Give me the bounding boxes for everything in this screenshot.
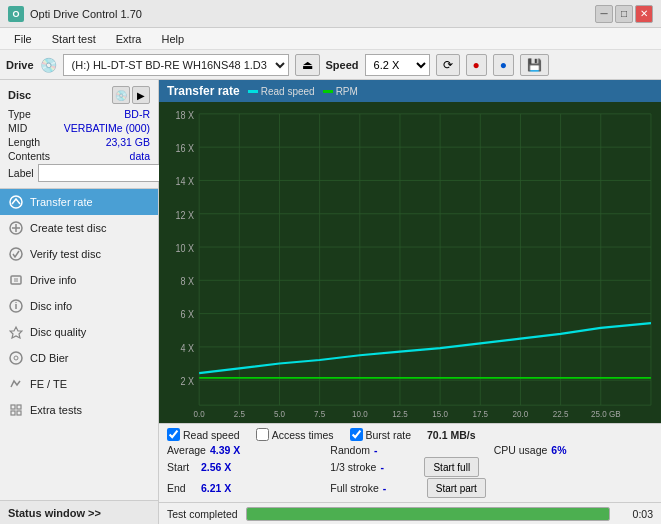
sidebar: Disc 💿 ▶ Type BD-R MID VERBATIMe (000) L… [0, 80, 159, 524]
burst-rate-checkbox-label[interactable]: Burst rate [350, 428, 412, 441]
svg-text:10 X: 10 X [176, 242, 195, 254]
minimize-button[interactable]: ─ [595, 5, 613, 23]
disc-mid-label: MID [8, 122, 27, 134]
menu-help[interactable]: Help [153, 31, 192, 47]
nav-drive-info[interactable]: Drive info [0, 267, 158, 293]
stat-average-label: Average [167, 444, 206, 456]
maximize-button[interactable]: □ [615, 5, 633, 23]
cd-bier-icon [8, 350, 24, 366]
svg-rect-17 [17, 411, 21, 415]
svg-marker-11 [10, 327, 22, 338]
start-full-button[interactable]: Start full [424, 457, 479, 477]
legend-rpm: RPM [323, 86, 358, 97]
disc-contents-value[interactable]: data [130, 150, 150, 162]
stat-cpu-label: CPU usage [494, 444, 548, 456]
read-speed-checkbox[interactable] [167, 428, 180, 441]
burst-rate-checkbox[interactable] [350, 428, 363, 441]
time-text: 0:03 [618, 508, 653, 520]
stat-random-val: - [374, 444, 414, 456]
disc-icon-btn1[interactable]: 💿 [112, 86, 130, 104]
stats-grid: Average 4.39 X Random - CPU usage 6% Sta… [167, 444, 653, 498]
save-button[interactable]: 💾 [520, 54, 549, 76]
stat-start-label: Start [167, 461, 197, 473]
disc-type-value: BD-R [124, 108, 150, 120]
nav-cd-bier[interactable]: CD Bier [0, 345, 158, 371]
nav-create-test-disc-label: Create test disc [30, 222, 106, 234]
stat-cpu-val: 6% [551, 444, 591, 456]
nav-verify-test-disc[interactable]: Verify test disc [0, 241, 158, 267]
close-button[interactable]: ✕ [635, 5, 653, 23]
status-bar: Test completed 0:03 [159, 502, 661, 524]
speed-select[interactable]: 6.2 X Max 1 X 2 X 4 X 8 X [365, 54, 430, 76]
nav-cd-bier-label: CD Bier [30, 352, 69, 364]
nav-create-test-disc[interactable]: Create test disc [0, 215, 158, 241]
nav-disc-quality-label: Disc quality [30, 326, 86, 338]
app-icon: O [8, 6, 24, 22]
stat-average-val: 4.39 X [210, 444, 250, 456]
svg-text:15.0: 15.0 [432, 408, 448, 419]
disc-length-value: 23,31 GB [106, 136, 150, 148]
progress-container [246, 507, 610, 521]
nav-disc-info[interactable]: Disc info [0, 293, 158, 319]
svg-text:18 X: 18 X [176, 109, 195, 121]
nav-drive-info-label: Drive info [30, 274, 76, 286]
stat-full-stroke-row: Full stroke - Start part [330, 478, 489, 498]
blue-button[interactable]: ● [493, 54, 514, 76]
nav-fe-te[interactable]: FE / TE [0, 371, 158, 397]
access-times-checkbox[interactable] [256, 428, 269, 441]
legend-read-speed-dot [248, 90, 258, 93]
svg-rect-16 [11, 411, 15, 415]
svg-text:2 X: 2 X [181, 375, 195, 387]
disc-type-label: Type [8, 108, 31, 120]
chart-area: Transfer rate Read speed RPM [159, 80, 661, 423]
svg-text:7.5: 7.5 [314, 408, 325, 419]
svg-point-4 [10, 248, 22, 260]
svg-text:4 X: 4 X [181, 342, 195, 354]
drive-select[interactable]: (H:) HL-DT-ST BD-RE WH16NS48 1.D3 [63, 54, 289, 76]
nav-transfer-rate-label: Transfer rate [30, 196, 93, 208]
chart-title-bar: Transfer rate Read speed RPM [159, 80, 661, 102]
nav-disc-info-label: Disc info [30, 300, 72, 312]
svg-rect-5 [11, 276, 21, 284]
nav-verify-test-disc-label: Verify test disc [30, 248, 101, 260]
access-times-checkbox-text: Access times [272, 429, 334, 441]
drive-info-icon [8, 272, 24, 288]
status-window-button[interactable]: Status window >> [0, 500, 158, 524]
stat-stroke-row: 1/3 stroke - Start full [330, 457, 489, 477]
read-speed-checkbox-label[interactable]: Read speed [167, 428, 240, 441]
disc-label-label: Label [8, 167, 34, 179]
menu-file[interactable]: File [6, 31, 40, 47]
nav-extra-tests[interactable]: Extra tests [0, 397, 158, 423]
stat-cpu-row: CPU usage 6% [494, 444, 653, 456]
svg-text:2.5: 2.5 [234, 408, 245, 419]
stat-end-label: End [167, 482, 197, 494]
stat-end-row: End 6.21 X [167, 478, 326, 498]
disc-length-label: Length [8, 136, 40, 148]
burst-rate-value: 70.1 MB/s [427, 429, 475, 441]
stats-area: Read speed Access times Burst rate 70.1 … [159, 423, 661, 502]
nav-extra-tests-label: Extra tests [30, 404, 82, 416]
disc-label-input[interactable] [38, 164, 171, 182]
nav-transfer-rate[interactable]: Transfer rate [0, 189, 158, 215]
access-times-checkbox-label[interactable]: Access times [256, 428, 334, 441]
eject-button[interactable]: ⏏ [295, 54, 320, 76]
start-part-button[interactable]: Start part [427, 478, 486, 498]
read-speed-checkbox-text: Read speed [183, 429, 240, 441]
red-button[interactable]: ● [466, 54, 487, 76]
create-test-disc-icon [8, 220, 24, 236]
svg-text:5.0: 5.0 [274, 408, 285, 419]
main-content: Disc 💿 ▶ Type BD-R MID VERBATIMe (000) L… [0, 80, 661, 524]
stat-start-val: 2.56 X [201, 461, 241, 473]
chart-svg: 18 X 16 X 14 X 12 X 10 X 8 X 6 X 4 X 2 X… [159, 102, 661, 423]
refresh-button[interactable]: ⟳ [436, 54, 460, 76]
chart-svg-container: 18 X 16 X 14 X 12 X 10 X 8 X 6 X 4 X 2 X… [159, 102, 661, 423]
disc-icon-btn2[interactable]: ▶ [132, 86, 150, 104]
menu-bar: File Start test Extra Help [0, 28, 661, 50]
menu-start-test[interactable]: Start test [44, 31, 104, 47]
svg-rect-18 [159, 102, 661, 423]
nav-disc-quality[interactable]: Disc quality [0, 319, 158, 345]
stat-random-row: Random - [330, 444, 489, 456]
verify-test-disc-icon [8, 246, 24, 262]
disc-info-icon [8, 298, 24, 314]
menu-extra[interactable]: Extra [108, 31, 150, 47]
